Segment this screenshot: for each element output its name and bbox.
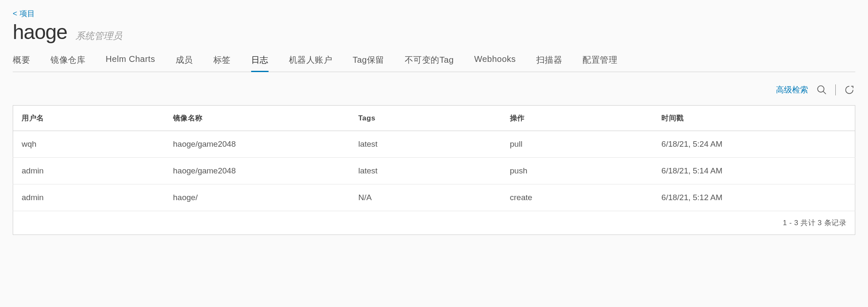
cell-image: haoge/game2048 <box>165 131 350 158</box>
toolbar: 高级检索 <box>13 84 855 96</box>
table-row[interactable]: adminhaoge/N/Acreate6/18/21, 5:12 AM <box>13 184 855 211</box>
tab-7[interactable]: Tag保留 <box>353 52 384 72</box>
cell-user: wqh <box>13 131 165 158</box>
cell-tags: latest <box>350 131 501 158</box>
cell-operation: pull <box>501 131 653 158</box>
cell-tags: latest <box>350 158 501 184</box>
cell-user: admin <box>13 184 165 211</box>
log-table: 用户名 镜像名称 Tags 操作 时间戳 wqhhaoge/game2048la… <box>13 105 855 211</box>
header-timestamp[interactable]: 时间戳 <box>653 106 855 131</box>
table-footer: 1 - 3 共计 3 条记录 <box>13 211 855 235</box>
toolbar-divider <box>835 84 836 95</box>
cell-image: haoge/game2048 <box>165 158 350 184</box>
role-label: 系统管理员 <box>76 30 122 42</box>
cell-operation: create <box>501 184 653 211</box>
svg-line-1 <box>823 91 826 94</box>
advanced-search-link[interactable]: 高级检索 <box>776 84 808 95</box>
tab-10[interactable]: 扫描器 <box>536 52 563 72</box>
tab-2[interactable]: Helm Charts <box>106 52 155 72</box>
header-tags[interactable]: Tags <box>350 106 501 131</box>
tab-9[interactable]: Webhooks <box>474 52 516 72</box>
svg-point-0 <box>818 86 824 92</box>
tab-5[interactable]: 日志 <box>251 52 269 72</box>
tabs-nav: 概要镜像仓库Helm Charts成员标签日志机器人账户Tag保留不可变的Tag… <box>13 51 855 72</box>
cell-timestamp: 6/18/21, 5:14 AM <box>653 158 855 184</box>
cell-tags: N/A <box>350 184 501 211</box>
tab-8[interactable]: 不可变的Tag <box>405 52 454 72</box>
table-row[interactable]: wqhhaoge/game2048latestpull6/18/21, 5:24… <box>13 131 855 158</box>
header-operation[interactable]: 操作 <box>501 106 653 131</box>
cell-timestamp: 6/18/21, 5:24 AM <box>653 131 855 158</box>
tab-6[interactable]: 机器人账户 <box>289 52 333 72</box>
tab-4[interactable]: 标签 <box>213 52 231 72</box>
cell-operation: push <box>501 158 653 184</box>
table-row[interactable]: adminhaoge/game2048latestpush6/18/21, 5:… <box>13 158 855 184</box>
tab-11[interactable]: 配置管理 <box>582 52 617 72</box>
cell-user: admin <box>13 158 165 184</box>
breadcrumb-back[interactable]: < 项目 <box>13 8 35 19</box>
header-image[interactable]: 镜像名称 <box>165 106 350 131</box>
tab-0[interactable]: 概要 <box>13 52 30 72</box>
header-user[interactable]: 用户名 <box>13 106 165 131</box>
cell-timestamp: 6/18/21, 5:12 AM <box>653 184 855 211</box>
cell-image: haoge/ <box>165 184 350 211</box>
tab-3[interactable]: 成员 <box>176 52 193 72</box>
table-header-row: 用户名 镜像名称 Tags 操作 时间戳 <box>13 106 855 131</box>
tab-1[interactable]: 镜像仓库 <box>50 52 85 72</box>
search-icon[interactable] <box>816 84 828 96</box>
refresh-icon[interactable] <box>843 84 855 96</box>
page-title: haoge <box>13 20 67 44</box>
